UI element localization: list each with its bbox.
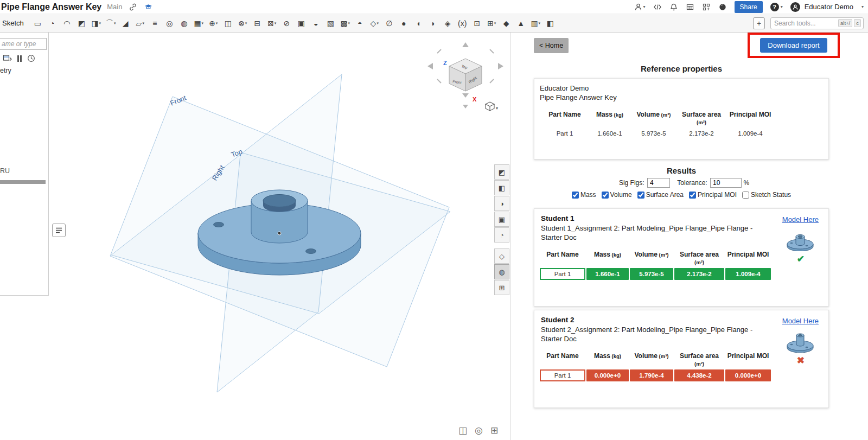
fail-status-icon: ✖ [797,355,805,366]
boundary-surface-icon[interactable]: ▩▾ [338,16,353,30]
extensions-grid-icon[interactable] [702,3,711,11]
variable-studio-icon[interactable]: ⊡ [470,16,484,30]
model-here-link[interactable]: Model Here [782,317,819,325]
axis-icon[interactable]: ∅ [382,16,397,30]
rotate-left-arrow-icon[interactable] [427,63,433,69]
revolve-icon[interactable]: ◔ [45,16,60,30]
named-views-button[interactable]: ◧ [494,180,509,195]
fit-spline-icon[interactable]: ◗ [426,16,441,30]
delete-part-icon[interactable]: ⊘ [279,16,294,30]
helix-icon[interactable]: ◖ [411,16,426,30]
sig-figs-input[interactable] [647,178,670,188]
mass-checkbox[interactable] [572,192,579,199]
select-tool-button[interactable]: + [753,17,765,29]
history-clock-icon[interactable] [27,54,35,65]
share-link-icon[interactable] [129,3,137,11]
rotate-corner-arrow-icon[interactable] [437,79,441,83]
workspace-name[interactable]: Main [107,3,122,11]
user-name[interactable]: Educator Demo [805,3,853,11]
featurescript-icon[interactable]: ⊞▾ [484,16,499,30]
variable-icon-glyph: (x) [458,20,467,27]
rotate-corner-arrow-icon[interactable] [437,49,441,53]
sweep-icon[interactable]: ◠ [60,16,74,30]
circular-pattern-icon[interactable]: ⊕▾ [206,16,221,30]
projected-curve-icon[interactable]: ◈ [441,16,455,30]
thicken-icon[interactable]: ◨▾ [89,16,104,30]
move-face-icon[interactable]: ▣ [294,16,309,30]
shaded-view-button[interactable]: ◍ [494,264,509,279]
shell-icon[interactable]: ◎ [162,16,177,30]
user-menu-caret-icon[interactable]: ▾ [861,4,864,9]
tolerance-input[interactable] [710,178,742,188]
help-ring-icon[interactable]: ◎ [475,425,483,436]
rotate-up-arrow-icon[interactable] [462,42,469,47]
plane-icon[interactable]: ◇▾ [367,16,382,30]
home-button[interactable]: < Home [534,38,569,53]
variable-icon[interactable]: (x) [455,16,470,30]
feature-list-flyout-button[interactable] [52,224,66,237]
search-tools-input[interactable] [774,20,837,27]
view-cube[interactable]: Top Front Right Z X ▾ [427,42,503,111]
notifications-bell-icon[interactable] [669,3,678,11]
rotate-corner-arrow-icon[interactable] [490,49,494,53]
help-menu[interactable]: ? ▾ [770,3,783,11]
share-button[interactable]: Share [735,1,763,13]
extrude-icon[interactable]: ▭ [30,16,45,30]
origin-point[interactable] [278,232,281,235]
tag-icon[interactable]: ▲ [514,16,528,30]
view-settings-button[interactable]: ⊞ [494,280,509,295]
linear-pattern-icon[interactable]: ▦▾ [192,16,206,30]
view-cube-menu-button[interactable]: ▾ [486,102,498,111]
split-icon[interactable]: ⊟ [250,16,265,30]
draft-icon[interactable]: ▱▾ [133,16,148,30]
point-icon[interactable]: ● [397,16,411,30]
learning-center-icon[interactable] [718,3,727,11]
filter-icon[interactable] [3,54,12,65]
chamfer-icon[interactable]: ◢ [118,16,133,30]
education-icon[interactable] [144,3,153,11]
display-states-button[interactable]: ▣ [494,212,509,227]
3d-scene[interactable]: Front Top Right [0,33,510,440]
part-name-column-header: Part Name [540,250,585,267]
offset-surface-icon[interactable]: ◒ [309,16,323,30]
frame-icon[interactable]: ▥▾ [528,16,543,30]
transform-icon[interactable]: ⊠▾ [265,16,279,30]
rotate-right-arrow-icon[interactable] [498,63,503,69]
capture-icon[interactable]: ◫ [458,425,467,436]
part-name-cell: Part 1 [542,128,588,139]
rotate-down-arrow-icon[interactable] [462,93,469,98]
mirror-icon[interactable]: ◫ [221,16,235,30]
suppress-icon[interactable] [17,55,22,65]
cube-extra-caret-icon[interactable] [463,105,468,109]
rib-icon[interactable]: ≡ [148,16,162,30]
feature-filter-input[interactable] [0,38,47,50]
3d-viewport[interactable]: Front Top Right [0,33,510,440]
loft-icon[interactable]: ◩ [74,16,89,30]
help-icon[interactable]: ? [770,3,779,11]
sketch-status-checkbox[interactable] [742,192,749,199]
app-table-icon[interactable] [686,3,694,11]
user-avatar[interactable] [790,2,800,12]
show-hide-button[interactable]: ◇ [494,248,509,264]
download-report-button[interactable]: Download report [760,38,827,53]
surface-area-checkbox[interactable] [637,192,644,199]
sheet-metal-icon[interactable]: ◧ [543,16,558,30]
model-here-link[interactable]: Model Here [782,215,819,224]
hole-icon[interactable]: ◍ [177,16,192,30]
boolean-icon[interactable]: ⊗▾ [235,16,250,30]
featurescript-code-icon[interactable] [653,3,662,11]
principal-moi-checkbox[interactable] [689,192,696,199]
follow-mode-icon[interactable]: ▾ [634,3,646,11]
grid-icon[interactable]: ⊞ [490,425,498,436]
fill-surface-icon[interactable]: ▧ [323,16,338,30]
exploded-view-button[interactable]: ◔ [494,227,509,243]
rollback-bar[interactable] [0,180,46,184]
rotate-corner-arrow-icon[interactable] [490,79,494,83]
section-view-button[interactable]: ◑ [494,196,509,211]
extend-surface-icon[interactable]: ◓ [353,16,367,30]
volume-checkbox[interactable] [602,192,609,199]
derived-icon[interactable]: ◆ [499,16,514,30]
sketch-tab[interactable]: Sketch [2,19,24,27]
edit-appearance-button[interactable]: ◩ [494,164,509,180]
fillet-icon[interactable]: ⌒▾ [104,16,118,30]
